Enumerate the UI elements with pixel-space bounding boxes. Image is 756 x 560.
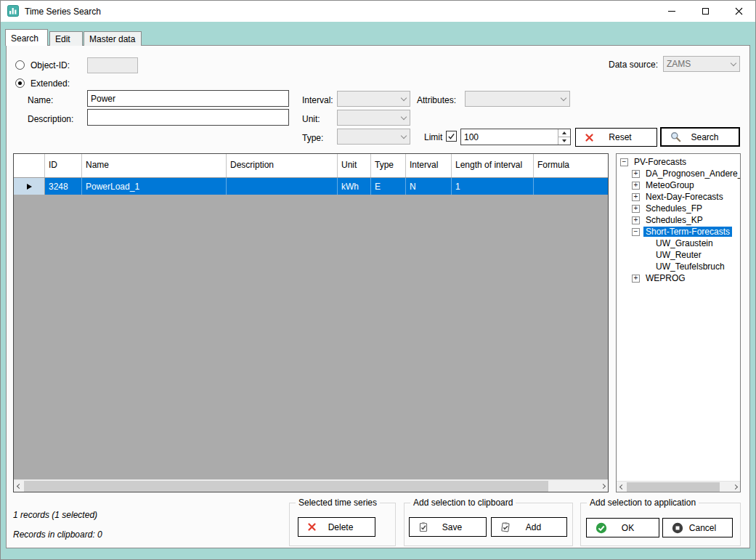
tree-item-pv-forecasts[interactable]: PV-Forecasts [618, 156, 740, 168]
cell-name[interactable]: PowerLoad_1 [82, 178, 227, 195]
application-group: Add selection to application OK Cancel [580, 503, 741, 546]
tab-search[interactable]: Search [5, 29, 48, 46]
column-header-name[interactable]: Name [82, 154, 227, 177]
cell-id[interactable]: 3248 [45, 178, 82, 195]
scroll-left-button[interactable] [617, 482, 627, 492]
object-id-label: Object-ID: [31, 60, 70, 70]
tree-horizontal-scrollbar[interactable] [617, 481, 740, 492]
limit-spinner[interactable] [460, 129, 571, 145]
scrollbar-thumb[interactable] [24, 481, 548, 492]
down-arrow-icon [562, 139, 566, 142]
data-source-label: Data source: [609, 60, 658, 70]
group-label: Add selection to application [587, 498, 699, 508]
tab-edit[interactable]: Edit [49, 31, 83, 46]
column-header-length-of-interval[interactable]: Length of interval [452, 154, 534, 177]
records-status: 1 records (1 selected) [13, 510, 97, 520]
tree-item-weprog[interactable]: WEPROG [618, 272, 740, 284]
unit-combobox [337, 110, 410, 126]
scroll-left-button[interactable] [14, 480, 24, 492]
search-button[interactable]: Search [660, 127, 740, 147]
column-header-type[interactable]: Type [371, 154, 406, 177]
tree-item-da-prognosen[interactable]: DA_Prognosen_Andere_ [618, 168, 740, 179]
cell-unit[interactable]: kWh [338, 178, 371, 195]
column-header-interval[interactable]: Interval [406, 154, 452, 177]
description-input[interactable] [87, 109, 289, 126]
extended-radio[interactable] [15, 78, 25, 88]
add-button-label: Add [511, 522, 556, 532]
interval-label: Interval: [302, 95, 333, 105]
scroll-right-button[interactable] [730, 482, 740, 492]
tree-item-label: Schedules_KP [643, 215, 705, 225]
object-id-radio[interactable] [15, 60, 25, 70]
tree-item-meteogroup[interactable]: MeteoGroup [618, 179, 740, 191]
tree-item-uw-reuter[interactable]: UW_Reuter [618, 249, 740, 261]
tree-item-uw-teufelsbruch[interactable]: UW_Teufelsbruch [618, 261, 740, 272]
collapse-icon[interactable] [632, 228, 640, 236]
group-label: Add selection to clipboard [410, 498, 516, 508]
ok-button[interactable]: OK [586, 518, 659, 537]
column-header-unit[interactable]: Unit [338, 154, 371, 177]
tree-item-label: PV-Forecasts [632, 157, 688, 167]
name-input[interactable] [87, 90, 289, 107]
save-button-label: Save [428, 522, 476, 532]
tree-item-label: UW_Graustein [654, 238, 715, 248]
tree-item-schedules-kp[interactable]: Schedules_KP [618, 214, 740, 226]
chevron-down-icon [398, 136, 410, 138]
expand-icon[interactable] [632, 170, 640, 178]
expand-icon[interactable] [632, 216, 640, 224]
limit-input[interactable] [461, 129, 558, 145]
expand-icon[interactable] [632, 193, 640, 201]
chevron-down-icon [398, 98, 410, 100]
table-row[interactable]: 3248 PowerLoad_1 kWh E N 1 [14, 178, 608, 195]
scroll-right-button[interactable] [598, 480, 608, 492]
tree-item-label: MeteoGroup [643, 180, 696, 190]
results-grid: ID Name Description Unit Type Interval L… [13, 153, 609, 492]
column-header-formula[interactable]: Formula [534, 154, 608, 177]
tree-item-schedules-fp[interactable]: Schedules_FP [618, 203, 740, 214]
ok-check-icon [596, 522, 607, 534]
save-button[interactable]: Save [409, 517, 487, 537]
cell-type[interactable]: E [371, 178, 406, 195]
search-icon [670, 131, 681, 142]
minimize-icon [668, 11, 675, 12]
limit-label: Limit [424, 132, 442, 142]
scrollbar-thumb[interactable] [627, 482, 720, 492]
close-button[interactable] [722, 0, 755, 22]
expand-icon[interactable] [632, 205, 640, 213]
maximize-icon [702, 8, 709, 15]
tree-item-short-term-forecasts[interactable]: Short-Term-Forecasts [618, 226, 740, 238]
expand-icon[interactable] [632, 275, 640, 283]
checkmark-icon [447, 132, 455, 140]
cancel-button-label: Cancel [683, 523, 722, 533]
cell-formula[interactable] [534, 178, 608, 195]
cell-length-of-interval[interactable]: 1 [452, 178, 534, 195]
titlebar: Time Series Search [0, 0, 756, 22]
collapse-icon[interactable] [620, 158, 628, 166]
up-arrow-icon [562, 131, 566, 134]
cell-interval[interactable]: N [406, 178, 452, 195]
row-selector-header[interactable] [14, 154, 45, 177]
reset-button[interactable]: Reset [575, 128, 657, 147]
reset-x-icon [585, 133, 594, 142]
tree-item-next-day-forecasts[interactable]: Next-Day-Forecasts [618, 191, 740, 203]
tab-master-data[interactable]: Master data [84, 31, 142, 46]
minimize-button[interactable] [655, 0, 688, 22]
attributes-label: Attributes: [417, 95, 456, 105]
tree-item-uw-graustein[interactable]: UW_Graustein [618, 238, 740, 249]
current-row-arrow-icon [27, 184, 32, 190]
row-selector-cell[interactable] [14, 178, 45, 195]
spinner-up-button[interactable] [558, 129, 570, 137]
column-header-id[interactable]: ID [45, 154, 82, 177]
grid-horizontal-scrollbar[interactable] [14, 479, 608, 492]
delete-x-icon [307, 522, 317, 532]
column-header-description[interactable]: Description [227, 154, 338, 177]
cancel-button[interactable]: Cancel [662, 518, 733, 537]
cell-description[interactable] [227, 178, 338, 195]
spinner-down-button[interactable] [558, 137, 570, 145]
data-source-combobox: ZAMS [663, 56, 740, 72]
add-button[interactable]: Add [491, 517, 567, 537]
maximize-button[interactable] [688, 0, 722, 22]
expand-icon[interactable] [632, 182, 640, 190]
limit-checkbox[interactable] [446, 131, 457, 142]
delete-button[interactable]: Delete [298, 517, 375, 537]
